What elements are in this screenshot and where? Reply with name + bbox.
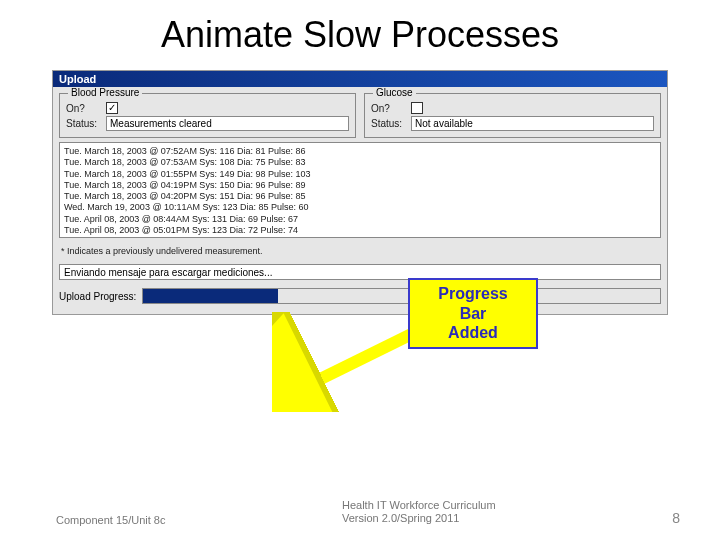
bp-status-field: Measurements cleared [106, 116, 349, 131]
undelivered-note: * Indicates a previously undelivered mea… [53, 240, 667, 258]
reading-row: Tue. March 18, 2003 @ 04:19PM Sys: 150 D… [64, 180, 656, 191]
panels-row: Blood Pressure On? ✓ Status: Measurement… [53, 87, 667, 138]
bottom-area: Enviando mensaje para escargar medicione… [53, 258, 667, 314]
reading-row: Tue. March 18, 2003 @ 07:52AM Sys: 116 D… [64, 146, 656, 157]
reading-row: Tue. March 18, 2003 @ 07:53AM Sys: 108 D… [64, 157, 656, 168]
upload-progress-fill [143, 289, 277, 303]
glucose-status-field: Not available [411, 116, 654, 131]
upload-window: Upload Blood Pressure On? ✓ Status: Meas… [52, 70, 668, 315]
reading-row: Tue. April 08, 2003 @ 08:44AM Sys: 131 D… [64, 214, 656, 225]
readings-list: Tue. March 18, 2003 @ 07:52AM Sys: 116 D… [59, 142, 661, 238]
glucose-status-label: Status: [371, 118, 405, 129]
reading-row: Wed. March 19, 2003 @ 10:11AM Sys: 123 D… [64, 202, 656, 213]
footer-left: Component 15/Unit 8c [56, 514, 165, 526]
reading-row: Tue. March 18, 2003 @ 04:20PM Sys: 151 D… [64, 191, 656, 202]
footer-page-number: 8 [672, 510, 680, 526]
slide-footer: Component 15/Unit 8c Health IT Workforce… [0, 499, 720, 527]
callout-line: Progress [412, 284, 534, 304]
glucose-legend: Glucose [373, 87, 416, 98]
upload-message-field: Enviando mensaje para escargar medicione… [59, 264, 661, 280]
footer-center: Health IT Workforce Curriculum Version 2… [342, 499, 496, 527]
bp-on-checkbox[interactable]: ✓ [106, 102, 118, 114]
footer-center-line: Version 2.0/Spring 2011 [342, 512, 496, 526]
bp-legend: Blood Pressure [68, 87, 142, 98]
glucose-on-checkbox[interactable] [411, 102, 423, 114]
window-titlebar: Upload [53, 71, 667, 87]
upload-progress-bar [142, 288, 661, 304]
blood-pressure-panel: Blood Pressure On? ✓ Status: Measurement… [59, 93, 356, 138]
upload-progress-label: Upload Progress: [59, 291, 136, 302]
glucose-panel: Glucose On? Status: Not available [364, 93, 661, 138]
bp-status-label: Status: [66, 118, 100, 129]
footer-center-line: Health IT Workforce Curriculum [342, 499, 496, 513]
bp-on-label: On? [66, 103, 100, 114]
glucose-on-label: On? [371, 103, 405, 114]
callout-line: Bar [412, 304, 534, 324]
progress-bar-callout: Progress Bar Added [408, 278, 538, 349]
reading-row: Tue. March 18, 2003 @ 01:55PM Sys: 149 D… [64, 169, 656, 180]
callout-line: Added [412, 323, 534, 343]
slide-title: Animate Slow Processes [0, 0, 720, 64]
reading-row: Tue. April 08, 2003 @ 05:01PM Sys: 123 D… [64, 225, 656, 236]
